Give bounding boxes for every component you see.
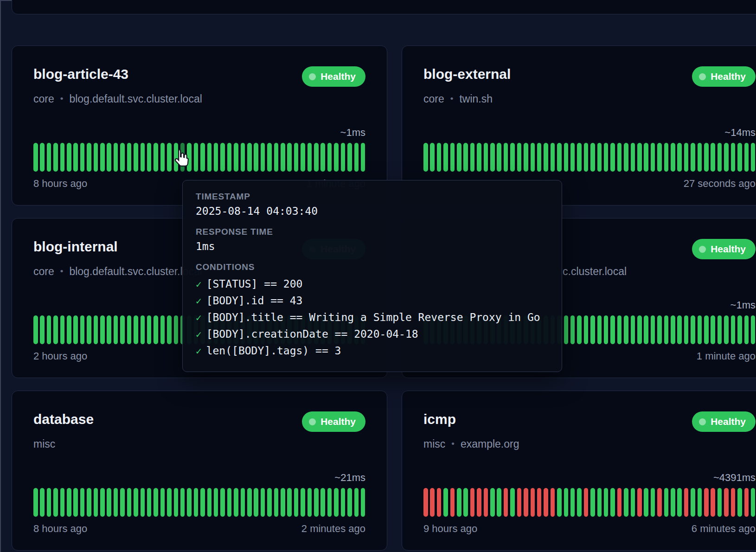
uptime-bar-success[interactable]: [463, 143, 468, 172]
uptime-bar-success[interactable]: [80, 143, 85, 172]
uptime-bar-success[interactable]: [644, 488, 648, 517]
uptime-bar-success[interactable]: [751, 488, 756, 517]
uptime-bar-success[interactable]: [570, 315, 575, 344]
uptime-bar-success[interactable]: [597, 315, 602, 344]
uptime-bar-success[interactable]: [67, 488, 71, 517]
uptime-bar-success[interactable]: [644, 315, 648, 344]
uptime-bar-success[interactable]: [624, 143, 628, 172]
uptime-bar-success[interactable]: [281, 488, 285, 517]
uptime-bar-success[interactable]: [114, 315, 118, 344]
uptime-bar-failure[interactable]: [711, 488, 715, 517]
uptime-bar-success[interactable]: [604, 143, 609, 172]
uptime-bar-success[interactable]: [67, 315, 71, 344]
uptime-bar-success[interactable]: [287, 488, 292, 517]
uptime-bar-success[interactable]: [60, 143, 65, 172]
uptime-bar-success[interactable]: [651, 315, 655, 344]
uptime-bar-success[interactable]: [60, 488, 65, 517]
uptime-bar-success[interactable]: [577, 143, 582, 172]
uptime-bar-success[interactable]: [73, 488, 78, 517]
uptime-bar-success[interactable]: [120, 143, 125, 172]
uptime-bar-success[interactable]: [450, 143, 455, 172]
uptime-bar-success[interactable]: [341, 488, 346, 517]
uptime-bar-success[interactable]: [564, 315, 569, 344]
uptime-bar-success[interactable]: [704, 315, 709, 344]
uptime-bar-success[interactable]: [698, 315, 702, 344]
uptime-bar-success[interactable]: [737, 143, 742, 172]
uptime-bar-success[interactable]: [341, 143, 346, 172]
uptime-bar-success[interactable]: [443, 143, 448, 172]
uptime-bar-success[interactable]: [87, 315, 91, 344]
uptime-bar-success[interactable]: [53, 315, 58, 344]
uptime-bar-failure[interactable]: [531, 488, 535, 517]
uptime-bar-success[interactable]: [187, 143, 192, 172]
uptime-bar-success[interactable]: [87, 143, 91, 172]
uptime-bar-success[interactable]: [684, 315, 689, 344]
uptime-bar-success[interactable]: [294, 488, 299, 517]
uptime-bar-success[interactable]: [127, 315, 132, 344]
uptime-bar-success[interactable]: [517, 143, 522, 172]
uptime-bar-success[interactable]: [510, 143, 515, 172]
uptime-bar-success[interactable]: [564, 488, 569, 517]
uptime-bar-success[interactable]: [684, 143, 689, 172]
uptime-bar-success[interactable]: [737, 315, 742, 344]
uptime-bar-success[interactable]: [147, 488, 152, 517]
uptime-bar-success[interactable]: [301, 488, 305, 517]
uptime-bar-success[interactable]: [267, 488, 272, 517]
uptime-bar-failure[interactable]: [704, 488, 709, 517]
uptime-bar-success[interactable]: [664, 143, 669, 172]
uptime-bar-success[interactable]: [691, 143, 695, 172]
uptime-bar-success[interactable]: [604, 315, 609, 344]
uptime-bar-success[interactable]: [261, 488, 265, 517]
uptime-bar-success[interactable]: [570, 143, 575, 172]
uptime-bar-success[interactable]: [127, 488, 132, 517]
uptime-bar-success[interactable]: [127, 143, 132, 172]
uptime-bar-success[interactable]: [577, 315, 582, 344]
uptime-bar-success[interactable]: [430, 143, 435, 172]
uptime-bar-success[interactable]: [114, 488, 118, 517]
uptime-bar-success[interactable]: [207, 488, 212, 517]
uptime-bar-success[interactable]: [537, 143, 542, 172]
uptime-bar-success[interactable]: [590, 315, 595, 344]
service-card[interactable]: icmpHealthymisc•example.org~4391ms9 hour…: [402, 391, 756, 551]
uptime-bar-success[interactable]: [637, 143, 642, 172]
uptime-bar-success[interactable]: [73, 143, 78, 172]
uptime-bar-success[interactable]: [294, 143, 299, 172]
uptime-bar-success[interactable]: [160, 315, 165, 344]
uptime-bar-success[interactable]: [80, 315, 85, 344]
uptime-bar-success[interactable]: [107, 143, 111, 172]
uptime-bar-failure[interactable]: [430, 488, 435, 517]
uptime-bar-success[interactable]: [314, 143, 319, 172]
uptime-bar-success[interactable]: [470, 143, 475, 172]
uptime-bar-success[interactable]: [644, 143, 648, 172]
uptime-bar-success[interactable]: [180, 143, 185, 172]
uptime-bar-success[interactable]: [160, 488, 165, 517]
uptime-bar-failure[interactable]: [450, 488, 455, 517]
uptime-bar-success[interactable]: [147, 143, 152, 172]
uptime-bar-success[interactable]: [651, 488, 655, 517]
uptime-bar-success[interactable]: [40, 143, 45, 172]
uptime-bar-success[interactable]: [624, 488, 628, 517]
uptime-bar-success[interactable]: [354, 488, 359, 517]
uptime-bar-failure[interactable]: [637, 488, 642, 517]
uptime-bar-success[interactable]: [314, 488, 319, 517]
uptime-bar-success[interactable]: [160, 143, 165, 172]
uptime-bar-success[interactable]: [33, 143, 38, 172]
uptime-bar-failure[interactable]: [470, 488, 475, 517]
uptime-bar-success[interactable]: [100, 315, 105, 344]
uptime-bar-success[interactable]: [47, 315, 51, 344]
uptime-bar-success[interactable]: [677, 488, 682, 517]
uptime-bar-failure[interactable]: [504, 488, 508, 517]
uptime-bar-success[interactable]: [134, 315, 138, 344]
uptime-bar-success[interactable]: [490, 143, 495, 172]
uptime-bar-failure[interactable]: [423, 488, 428, 517]
uptime-bar-success[interactable]: [100, 143, 105, 172]
uptime-bar-success[interactable]: [47, 488, 51, 517]
uptime-bar-success[interactable]: [617, 315, 622, 344]
uptime-bar-success[interactable]: [200, 143, 205, 172]
uptime-bar-success[interactable]: [437, 143, 442, 172]
uptime-bar-success[interactable]: [94, 143, 98, 172]
uptime-bar-success[interactable]: [510, 488, 515, 517]
uptime-bar-success[interactable]: [731, 315, 736, 344]
service-card[interactable]: databaseHealthymisc~21ms8 hours ago2 min…: [12, 391, 387, 551]
uptime-bar-success[interactable]: [114, 143, 118, 172]
